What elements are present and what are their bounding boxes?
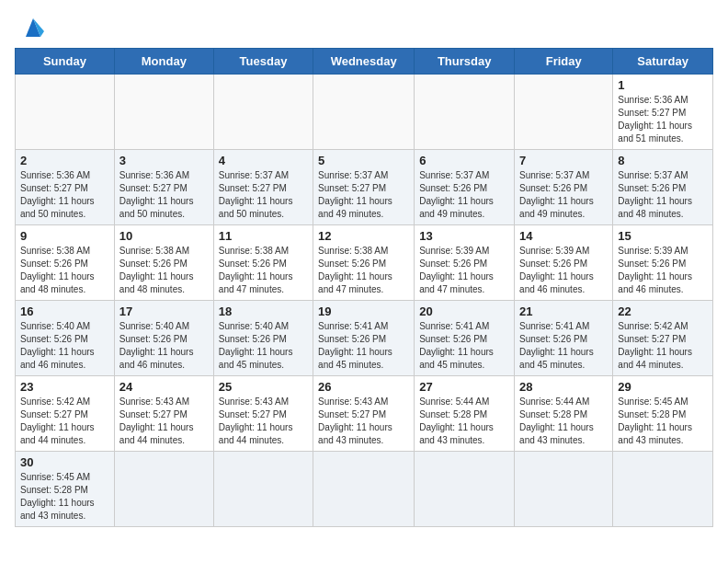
calendar-row-5: 23Sunrise: 5:42 AM Sunset: 5:27 PM Dayli…: [16, 376, 713, 452]
calendar-cell: 2Sunrise: 5:36 AM Sunset: 5:27 PM Daylig…: [16, 150, 115, 225]
calendar-cell: 10Sunrise: 5:38 AM Sunset: 5:26 PM Dayli…: [114, 225, 213, 301]
day-info: Sunrise: 5:37 AM Sunset: 5:27 PM Dayligh…: [219, 169, 308, 221]
day-info: Sunrise: 5:38 AM Sunset: 5:26 PM Dayligh…: [219, 245, 308, 296]
header: [15, 15, 713, 40]
day-info: Sunrise: 5:45 AM Sunset: 5:28 PM Dayligh…: [618, 396, 708, 447]
calendar-row-2: 2Sunrise: 5:36 AM Sunset: 5:27 PM Daylig…: [16, 150, 713, 225]
day-number: 13: [419, 229, 509, 243]
day-number: 1: [618, 78, 708, 92]
day-info: Sunrise: 5:37 AM Sunset: 5:27 PM Dayligh…: [318, 169, 409, 221]
calendar-cell: [213, 452, 313, 527]
day-number: 3: [119, 154, 209, 167]
day-number: 26: [318, 380, 409, 394]
day-info: Sunrise: 5:37 AM Sunset: 5:26 PM Dayligh…: [618, 169, 708, 221]
day-number: 18: [219, 304, 308, 318]
calendar-cell: [114, 75, 213, 150]
day-info: Sunrise: 5:42 AM Sunset: 5:27 PM Dayligh…: [20, 396, 109, 447]
calendar-cell: 16Sunrise: 5:40 AM Sunset: 5:26 PM Dayli…: [16, 301, 115, 376]
calendar-cell: 28Sunrise: 5:44 AM Sunset: 5:28 PM Dayli…: [515, 376, 613, 452]
calendar-cell: 23Sunrise: 5:42 AM Sunset: 5:27 PM Dayli…: [16, 376, 115, 452]
day-info: Sunrise: 5:39 AM Sunset: 5:26 PM Dayligh…: [419, 245, 509, 296]
calendar-cell: [213, 75, 313, 150]
calendar-cell: [515, 75, 613, 150]
calendar-cell: [515, 452, 613, 527]
calendar-cell: 12Sunrise: 5:38 AM Sunset: 5:26 PM Dayli…: [313, 225, 415, 301]
calendar-cell: 27Sunrise: 5:44 AM Sunset: 5:28 PM Dayli…: [415, 376, 515, 452]
calendar-cell: 15Sunrise: 5:39 AM Sunset: 5:26 PM Dayli…: [613, 225, 713, 301]
day-number: 25: [219, 380, 308, 394]
logo-area: [15, 15, 48, 40]
day-info: Sunrise: 5:38 AM Sunset: 5:26 PM Dayligh…: [20, 245, 109, 296]
calendar-cell: 8Sunrise: 5:37 AM Sunset: 5:26 PM Daylig…: [613, 150, 713, 225]
day-number: 28: [519, 380, 608, 394]
day-number: 20: [419, 304, 509, 318]
day-number: 12: [318, 229, 409, 243]
calendar-cell: 5Sunrise: 5:37 AM Sunset: 5:27 PM Daylig…: [313, 150, 415, 225]
day-number: 7: [519, 154, 608, 167]
weekday-header-row: SundayMondayTuesdayWednesdayThursdayFrid…: [16, 49, 713, 75]
day-info: Sunrise: 5:41 AM Sunset: 5:26 PM Dayligh…: [318, 320, 409, 372]
weekday-header-sunday: Sunday: [16, 49, 115, 75]
calendar-cell: 25Sunrise: 5:43 AM Sunset: 5:27 PM Dayli…: [213, 376, 313, 452]
day-info: Sunrise: 5:39 AM Sunset: 5:26 PM Dayligh…: [519, 245, 608, 296]
calendar-cell: [613, 452, 713, 527]
calendar-cell: 13Sunrise: 5:39 AM Sunset: 5:26 PM Dayli…: [415, 225, 515, 301]
calendar-cell: 17Sunrise: 5:40 AM Sunset: 5:26 PM Dayli…: [114, 301, 213, 376]
day-number: 30: [20, 455, 109, 469]
weekday-header-wednesday: Wednesday: [313, 49, 415, 75]
calendar-cell: 21Sunrise: 5:41 AM Sunset: 5:26 PM Dayli…: [515, 301, 613, 376]
calendar-row-3: 9Sunrise: 5:38 AM Sunset: 5:26 PM Daylig…: [16, 225, 713, 301]
calendar: SundayMondayTuesdayWednesdayThursdayFrid…: [15, 48, 713, 527]
day-info: Sunrise: 5:41 AM Sunset: 5:26 PM Dayligh…: [419, 320, 509, 372]
calendar-cell: 1Sunrise: 5:36 AM Sunset: 5:27 PM Daylig…: [613, 75, 713, 150]
day-number: 8: [618, 154, 708, 167]
weekday-header-monday: Monday: [114, 49, 213, 75]
day-number: 17: [119, 304, 209, 318]
day-info: Sunrise: 5:36 AM Sunset: 5:27 PM Dayligh…: [20, 169, 109, 221]
calendar-cell: 3Sunrise: 5:36 AM Sunset: 5:27 PM Daylig…: [114, 150, 213, 225]
day-info: Sunrise: 5:39 AM Sunset: 5:26 PM Dayligh…: [618, 245, 708, 296]
day-info: Sunrise: 5:40 AM Sunset: 5:26 PM Dayligh…: [219, 320, 308, 372]
day-info: Sunrise: 5:36 AM Sunset: 5:27 PM Dayligh…: [618, 94, 708, 145]
day-info: Sunrise: 5:38 AM Sunset: 5:26 PM Dayligh…: [119, 245, 209, 296]
calendar-cell: 22Sunrise: 5:42 AM Sunset: 5:27 PM Dayli…: [613, 301, 713, 376]
calendar-cell: 4Sunrise: 5:37 AM Sunset: 5:27 PM Daylig…: [213, 150, 313, 225]
weekday-header-tuesday: Tuesday: [213, 49, 313, 75]
day-number: 16: [20, 304, 109, 318]
day-info: Sunrise: 5:44 AM Sunset: 5:28 PM Dayligh…: [419, 396, 509, 447]
calendar-cell: [114, 452, 213, 527]
calendar-cell: 26Sunrise: 5:43 AM Sunset: 5:27 PM Dayli…: [313, 376, 415, 452]
calendar-cell: 7Sunrise: 5:37 AM Sunset: 5:26 PM Daylig…: [515, 150, 613, 225]
calendar-cell: 11Sunrise: 5:38 AM Sunset: 5:26 PM Dayli…: [213, 225, 313, 301]
day-info: Sunrise: 5:38 AM Sunset: 5:26 PM Dayligh…: [318, 245, 409, 296]
calendar-cell: [313, 452, 415, 527]
day-info: Sunrise: 5:42 AM Sunset: 5:27 PM Dayligh…: [618, 320, 708, 372]
day-info: Sunrise: 5:43 AM Sunset: 5:27 PM Dayligh…: [219, 396, 308, 447]
calendar-cell: [415, 452, 515, 527]
calendar-cell: [313, 75, 415, 150]
day-number: 14: [519, 229, 608, 243]
calendar-cell: [16, 75, 115, 150]
day-info: Sunrise: 5:43 AM Sunset: 5:27 PM Dayligh…: [119, 396, 209, 447]
day-info: Sunrise: 5:43 AM Sunset: 5:27 PM Dayligh…: [318, 396, 409, 447]
weekday-header-saturday: Saturday: [613, 49, 713, 75]
day-info: Sunrise: 5:40 AM Sunset: 5:26 PM Dayligh…: [20, 320, 109, 372]
day-info: Sunrise: 5:40 AM Sunset: 5:26 PM Dayligh…: [119, 320, 209, 372]
day-info: Sunrise: 5:45 AM Sunset: 5:28 PM Dayligh…: [20, 471, 109, 523]
day-info: Sunrise: 5:36 AM Sunset: 5:27 PM Dayligh…: [119, 169, 209, 221]
calendar-cell: [415, 75, 515, 150]
calendar-row-6: 30Sunrise: 5:45 AM Sunset: 5:28 PM Dayli…: [16, 452, 713, 527]
calendar-row-1: 1Sunrise: 5:36 AM Sunset: 5:27 PM Daylig…: [16, 75, 713, 150]
day-number: 23: [20, 380, 109, 394]
day-info: Sunrise: 5:41 AM Sunset: 5:26 PM Dayligh…: [519, 320, 608, 372]
weekday-header-friday: Friday: [515, 49, 613, 75]
calendar-cell: 19Sunrise: 5:41 AM Sunset: 5:26 PM Dayli…: [313, 301, 415, 376]
day-number: 19: [318, 304, 409, 318]
day-number: 15: [618, 229, 708, 243]
calendar-cell: 20Sunrise: 5:41 AM Sunset: 5:26 PM Dayli…: [415, 301, 515, 376]
day-number: 9: [20, 229, 109, 243]
day-number: 5: [318, 154, 409, 167]
calendar-cell: 14Sunrise: 5:39 AM Sunset: 5:26 PM Dayli…: [515, 225, 613, 301]
weekday-header-thursday: Thursday: [415, 49, 515, 75]
day-info: Sunrise: 5:44 AM Sunset: 5:28 PM Dayligh…: [519, 396, 608, 447]
